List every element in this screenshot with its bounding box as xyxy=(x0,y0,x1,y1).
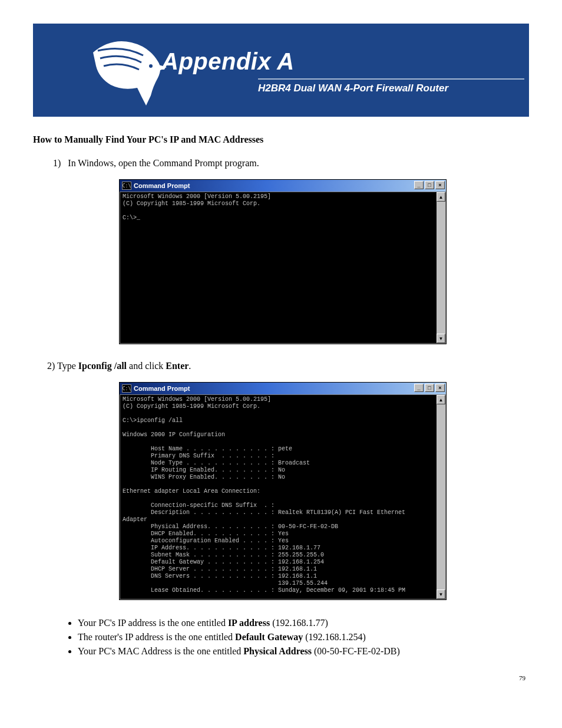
document-page: Appendix A H2BR4 Dual WAN 4-Port Firewal… xyxy=(0,0,562,699)
step-2-key: Enter xyxy=(166,361,189,371)
scrollbar-1[interactable]: ▲ ▼ xyxy=(437,192,446,344)
bullet-text: Your PC's IP address is the one entitled xyxy=(78,618,228,628)
step-2-suffix: . xyxy=(189,361,191,371)
minimize-button[interactable]: _ xyxy=(414,384,424,392)
titlebar-1[interactable]: C:\ Command Prompt _ □ × xyxy=(120,180,446,192)
scroll-up-button[interactable]: ▲ xyxy=(437,395,445,404)
scroll-up-button[interactable]: ▲ xyxy=(437,192,445,202)
terminal-output-1[interactable]: Microsoft Windows 2000 [Version 5.00.219… xyxy=(120,192,437,344)
summary-bullets: Your PC's IP address is the one entitled… xyxy=(78,618,529,657)
bullet-value: (192.168.1.254) xyxy=(303,632,366,642)
bullet-ip: Your PC's IP address is the one entitled… xyxy=(78,618,529,628)
step-1-number: 1) xyxy=(53,158,61,168)
terminal-output-2[interactable]: Microsoft Windows 2000 [Version 5.00.219… xyxy=(120,394,437,599)
bullet-bold: IP address xyxy=(228,618,270,628)
scroll-down-button[interactable]: ▼ xyxy=(437,334,445,343)
step-2: 2) Type Ipconfig /all and click Enter. xyxy=(47,361,529,371)
close-button[interactable]: × xyxy=(435,181,445,189)
titlebar-2[interactable]: C:\ Command Prompt _ □ × xyxy=(120,383,446,394)
cmd-icon: C:\ xyxy=(122,384,131,393)
maximize-button[interactable]: □ xyxy=(425,181,434,189)
bullet-text: Your PC's MAC Address is the one entitle… xyxy=(78,646,243,656)
scrollbar-2[interactable]: ▲ ▼ xyxy=(437,394,446,599)
bullet-mac: Your PC's MAC Address is the one entitle… xyxy=(78,646,529,657)
window-title-1: Command Prompt xyxy=(134,182,190,189)
banner-title: Appendix A xyxy=(161,48,295,75)
scroll-down-button[interactable]: ▼ xyxy=(437,589,445,599)
step-2-cmd: Ipconfig /all xyxy=(78,361,127,371)
appendix-banner: Appendix A H2BR4 Dual WAN 4-Port Firewal… xyxy=(33,24,529,117)
bullet-text: The router's IP address is the one entit… xyxy=(78,632,235,642)
banner-divider xyxy=(258,78,524,80)
step-1: 1) In Windows, open the Command Prompt p… xyxy=(53,158,529,169)
step-2-prefix: 2) Type xyxy=(47,361,78,371)
svg-point-0 xyxy=(149,64,153,68)
minimize-button[interactable]: _ xyxy=(414,181,424,189)
window-title-2: Command Prompt xyxy=(134,385,190,392)
bullet-bold: Physical Address xyxy=(243,646,312,656)
step-2-mid: and click xyxy=(127,361,166,371)
maximize-button[interactable]: □ xyxy=(425,384,434,392)
cmd-icon: C:\ xyxy=(122,182,131,190)
bullet-gateway: The router's IP address is the one entit… xyxy=(78,632,529,643)
bullet-bold: Default Gateway xyxy=(235,632,303,642)
bullet-value: (192.168.1.77) xyxy=(270,618,328,628)
step-1-text: In Windows, open the Command Prompt prog… xyxy=(68,158,259,168)
close-button[interactable]: × xyxy=(435,384,445,392)
section-heading: How to Manually Find Your PC's IP and MA… xyxy=(33,134,529,145)
command-prompt-window-2: C:\ Command Prompt _ □ × Microsoft Windo… xyxy=(119,382,447,600)
bullet-value: (00-50-FC-FE-02-DB) xyxy=(312,646,400,656)
banner-subtitle: H2BR4 Dual WAN 4-Port Firewall Router xyxy=(258,83,448,94)
command-prompt-window-1: C:\ Command Prompt _ □ × Microsoft Windo… xyxy=(119,179,447,344)
page-number: 79 xyxy=(33,674,529,681)
